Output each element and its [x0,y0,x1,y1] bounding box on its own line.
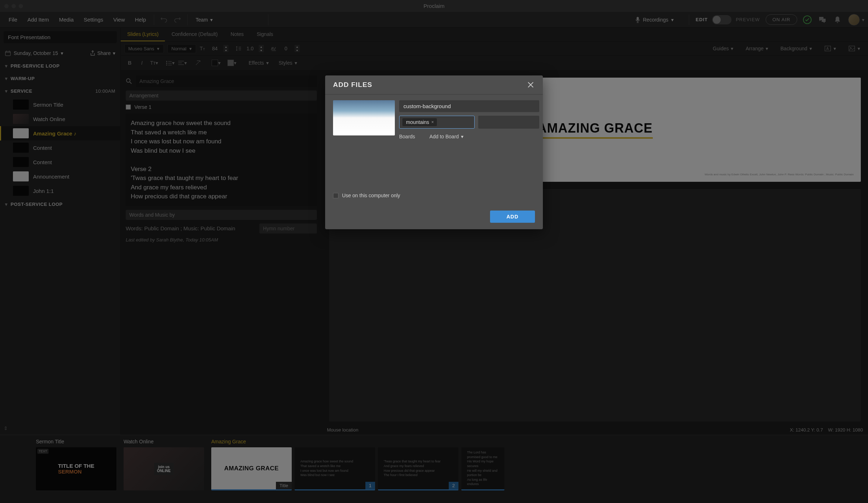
add-to-board-label: Add to Board [429,134,459,139]
modal-backdrop: ADD FILES mountains × [0,0,868,503]
extra-tags-box[interactable] [478,116,539,129]
use-local-only-checkbox[interactable] [333,193,338,198]
file-preview-thumb [333,100,395,135]
close-button[interactable] [526,80,535,89]
file-name-input[interactable] [399,100,539,112]
tag-pill: mountains × [402,118,437,126]
remove-tag-button[interactable]: × [431,120,434,125]
modal-title: ADD FILES [333,81,372,89]
boards-label: Boards [399,134,415,139]
chevron-down-icon: ▾ [461,134,463,139]
add-files-modal: ADD FILES mountains × [325,75,543,229]
add-to-board-dropdown[interactable]: Add to Board ▾ [429,134,463,139]
checkbox-label: Use on this computer only [342,193,400,198]
tags-input[interactable]: mountains × [399,116,475,129]
tag-text: mountains [406,119,429,125]
add-button[interactable]: ADD [490,211,535,223]
